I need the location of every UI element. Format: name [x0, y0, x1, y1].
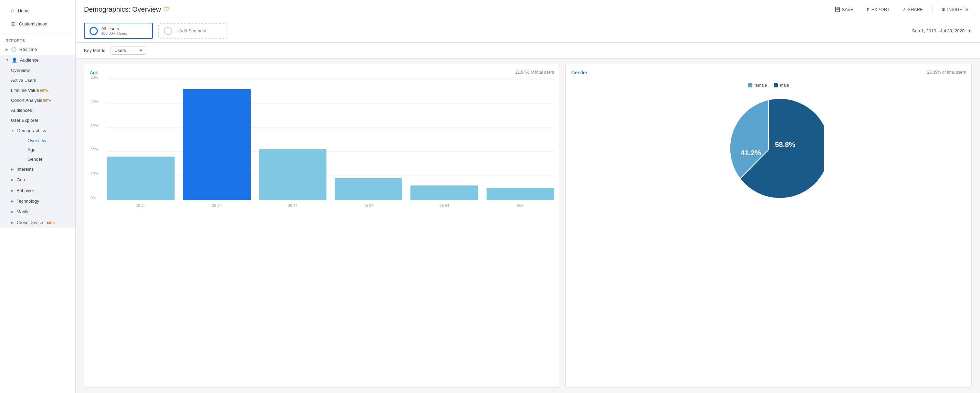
add-segment-circle-icon: [164, 27, 172, 35]
segment-all-users[interactable]: All Users 100.00% Users: [84, 23, 153, 39]
interests-arrow-icon: ▶: [11, 167, 14, 171]
segment-name: All Users: [101, 26, 127, 31]
gender-chart-header: Gender 23.39% of total users: [571, 70, 966, 75]
bar-65plus[interactable]: 65+: [487, 79, 554, 200]
shield-icon: 🛡: [164, 6, 170, 13]
sidebar-item-realtime[interactable]: ▶ 🕐 Realtime: [0, 44, 75, 55]
user-explorer-label: User Explorer: [11, 118, 38, 123]
audience-sub-items: Overview Active Users Lifetime ValueBETA…: [5, 65, 75, 228]
customization-icon: ⊞: [11, 21, 16, 27]
insights-icon: ⚙: [942, 7, 945, 12]
insights-button[interactable]: ⚙ INSIGHTS: [938, 5, 972, 14]
sidebar-item-technology[interactable]: ▶ Technology: [5, 196, 75, 206]
charts-area: Age 21.84% of total users 50% 40% 30%: [76, 59, 980, 393]
demo-gender-label: Gender: [27, 157, 42, 162]
lifetime-value-label: Lifetime Value: [11, 88, 39, 93]
sidebar-item-interests[interactable]: ▶ Interests: [5, 164, 75, 174]
sidebar-item-customization[interactable]: ⊞ Customization: [5, 17, 70, 31]
bar-55-64[interactable]: 55-64: [410, 79, 478, 200]
audience-label: Audience: [20, 57, 38, 63]
export-button[interactable]: ⬆ EXPORT: [862, 5, 893, 14]
sidebar-item-active-users[interactable]: Active Users: [5, 75, 75, 86]
realtime-arrow-icon: ▶: [5, 48, 8, 51]
bar-35-44[interactable]: 35-44: [259, 79, 326, 200]
key-metric-label: Key Metric:: [84, 48, 107, 53]
add-segment-button[interactable]: + Add Segment: [158, 24, 227, 38]
home-icon: ⌂: [11, 8, 14, 14]
home-label: Home: [18, 8, 30, 13]
legend-male-dot: [774, 83, 778, 87]
pie-chart-svg: 41.2% 58.8%: [713, 95, 824, 205]
sidebar-item-demo-age[interactable]: Age: [16, 145, 75, 155]
sidebar-item-audience[interactable]: ▼ 👤 Audience: [0, 55, 75, 65]
mobile-arrow-icon: ▶: [11, 210, 14, 214]
sidebar-item-lifetime-value[interactable]: Lifetime ValueBETA: [5, 86, 75, 95]
pie-legend: female male: [748, 83, 789, 88]
cross-device-arrow-icon: ▶: [11, 220, 14, 224]
bar-55-64-label: 55-64: [440, 203, 449, 208]
bar-25-34[interactable]: 25-34: [183, 79, 250, 200]
sidebar-item-mobile[interactable]: ▶ Mobile: [5, 206, 75, 217]
y-label-10: 10%: [91, 172, 98, 176]
y-label-50: 50%: [91, 75, 98, 79]
y-label-40: 40%: [91, 100, 98, 104]
sidebar-item-demo-gender[interactable]: Gender: [16, 155, 75, 164]
legend-female: female: [748, 83, 767, 88]
bar-45-54-label: 45-54: [364, 203, 373, 208]
geo-label: Geo: [16, 177, 25, 182]
sidebar-item-cross-device[interactable]: ▶ Cross Device BETA: [5, 217, 75, 228]
bar-35-44-label: 35-44: [288, 203, 298, 208]
technology-arrow-icon: ▶: [11, 199, 14, 203]
demo-age-label: Age: [27, 147, 35, 152]
audiences-label: Audiences: [11, 108, 32, 113]
gender-chart-card: Gender 23.39% of total users female male: [565, 64, 972, 388]
reports-section-label: REPORTS: [0, 35, 75, 44]
page-header: Demographics: Overview 🛡 💾 SAVE ⬆ EXPORT…: [76, 0, 980, 19]
cohort-analysis-beta-badge: BETA: [43, 99, 51, 102]
age-chart-title: Age: [90, 70, 99, 75]
segment-circle-icon: [89, 27, 98, 35]
segment-percent: 100.00% Users: [101, 31, 127, 35]
behavior-label: Behavior: [16, 188, 34, 193]
y-label-0: 0%: [91, 196, 96, 200]
save-label: SAVE: [842, 7, 854, 12]
bar-18-24[interactable]: 18-24: [107, 79, 175, 200]
sidebar-item-demographics[interactable]: ▼ Demographics: [5, 125, 75, 136]
realtime-clock-icon: 🕐: [11, 47, 16, 52]
pie-female-percent-label: 41.2%: [741, 149, 761, 157]
header-actions: 💾 SAVE ⬆ EXPORT ↗ SHARE ⚙ INSIGHTS: [831, 5, 972, 14]
audience-section: ▼ 👤 Audience Overview Active Users Lifet…: [0, 55, 75, 228]
bar-65plus-label: 65+: [517, 203, 524, 208]
sidebar-item-demo-overview[interactable]: Overview: [16, 136, 75, 145]
sidebar: ⌂ Home ⊞ Customization REPORTS ▶ 🕐 Realt…: [0, 0, 76, 393]
active-users-label: Active Users: [11, 78, 36, 83]
bar-45-54[interactable]: 45-54: [335, 79, 402, 200]
sidebar-item-overview[interactable]: Overview: [5, 65, 75, 75]
interests-label: Interests: [16, 166, 34, 172]
geo-arrow-icon: ▶: [11, 178, 14, 182]
share-label: SHARE: [908, 7, 923, 12]
sidebar-item-user-explorer[interactable]: User Explorer: [5, 115, 75, 125]
sidebar-item-audiences[interactable]: Audiences: [5, 105, 75, 115]
sidebar-item-home[interactable]: ⌂ Home: [5, 4, 70, 17]
sidebar-item-behavior[interactable]: ▶ Behavior: [5, 185, 75, 196]
demographics-label: Demographics: [17, 128, 46, 133]
segments-date-bar: All Users 100.00% Users + Add Segment Se…: [76, 19, 980, 43]
key-metric-select[interactable]: Users Sessions Pageviews: [111, 46, 146, 55]
save-button[interactable]: 💾 SAVE: [831, 5, 857, 14]
gender-chart-title: Gender: [571, 70, 587, 75]
main-content: Demographics: Overview 🛡 💾 SAVE ⬆ EXPORT…: [76, 0, 980, 393]
share-button[interactable]: ↗ SHARE: [899, 5, 927, 14]
cross-device-label: Cross Device: [16, 220, 43, 225]
date-range-label: Sep 1, 2019 - Jul 30, 2020: [912, 28, 965, 33]
bar-18-24-label: 18-24: [136, 203, 146, 208]
save-icon: 💾: [835, 7, 840, 12]
pie-chart-container: female male 41.2%: [571, 79, 966, 205]
sidebar-top: ⌂ Home ⊞ Customization: [0, 0, 75, 35]
sidebar-item-geo[interactable]: ▶ Geo: [5, 174, 75, 185]
sidebar-item-cohort-analysis[interactable]: Cohort AnalysisBETA: [5, 95, 75, 105]
bar-55-64-rect: [410, 185, 478, 200]
date-range-chevron-icon[interactable]: ▼: [967, 28, 972, 33]
y-label-20: 20%: [91, 147, 98, 152]
legend-male-label: male: [780, 83, 789, 88]
